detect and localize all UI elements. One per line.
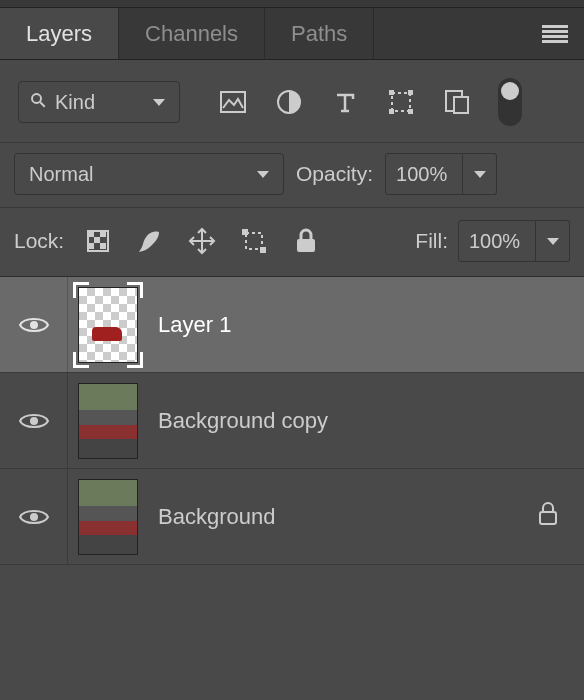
filter-type-dropdown[interactable]: Kind	[18, 81, 180, 123]
fill-input[interactable]: 100%	[458, 220, 536, 262]
hamburger-icon	[542, 25, 568, 43]
svg-rect-15	[88, 243, 94, 249]
eye-icon	[19, 411, 49, 431]
lock-image-icon[interactable]	[136, 227, 164, 255]
svg-rect-12	[88, 231, 94, 237]
svg-rect-26	[540, 512, 556, 524]
fill-value: 100%	[469, 230, 520, 253]
panel-tabs: Layers Channels Paths	[0, 8, 584, 60]
blend-mode-dropdown[interactable]: Normal	[14, 153, 284, 195]
tab-channels[interactable]: Channels	[119, 8, 265, 59]
layer-row[interactable]: Background	[0, 469, 584, 565]
eye-icon	[19, 507, 49, 527]
svg-rect-2	[221, 92, 245, 112]
filter-type-label: Kind	[55, 91, 95, 114]
opacity-flyout-button[interactable]	[463, 153, 497, 195]
lock-position-icon[interactable]	[188, 227, 216, 255]
eye-icon	[19, 315, 49, 335]
blend-row: Normal Opacity: 100%	[0, 143, 584, 208]
svg-rect-8	[408, 109, 413, 114]
layer-filter-row: Kind	[0, 60, 584, 143]
layer-row[interactable]: Layer 1	[0, 277, 584, 373]
layer-thumbnail[interactable]	[78, 479, 138, 555]
chevron-down-icon	[153, 99, 165, 106]
svg-point-0	[32, 94, 41, 103]
layer-name[interactable]: Layer 1	[158, 312, 568, 338]
filter-smart-objects-icon[interactable]	[442, 87, 472, 117]
panel-top-grip[interactable]	[0, 0, 584, 8]
opacity-value: 100%	[396, 163, 447, 186]
lock-transparency-icon[interactable]	[84, 227, 112, 255]
layer-name[interactable]: Background	[158, 504, 538, 530]
filter-shape-layers-icon[interactable]	[386, 87, 416, 117]
svg-rect-16	[100, 243, 106, 249]
filter-pixel-layers-icon[interactable]	[218, 87, 248, 117]
svg-rect-7	[389, 109, 394, 114]
svg-rect-21	[260, 247, 266, 253]
opacity-label: Opacity:	[296, 162, 373, 186]
fill-flyout-button[interactable]	[536, 220, 570, 262]
svg-rect-6	[408, 90, 413, 95]
layer-row[interactable]: Background copy	[0, 373, 584, 469]
filter-adjustment-layers-icon[interactable]	[274, 87, 304, 117]
visibility-toggle[interactable]	[0, 373, 68, 468]
svg-rect-20	[242, 229, 248, 235]
blend-mode-value: Normal	[29, 163, 93, 186]
layer-thumbnail[interactable]	[78, 287, 138, 363]
tab-layers[interactable]: Layers	[0, 8, 119, 59]
lock-all-icon[interactable]	[292, 227, 320, 255]
layer-name[interactable]: Background copy	[158, 408, 568, 434]
svg-rect-13	[100, 231, 106, 237]
tab-paths[interactable]: Paths	[265, 8, 374, 59]
svg-rect-22	[297, 239, 315, 252]
lock-artboard-icon[interactable]	[240, 227, 268, 255]
chevron-down-icon	[474, 171, 486, 178]
visibility-toggle[interactable]	[0, 469, 68, 564]
visibility-toggle[interactable]	[0, 277, 68, 372]
svg-rect-19	[246, 233, 262, 249]
svg-point-23	[30, 321, 38, 329]
layer-list: Layer 1 Background copy Background	[0, 277, 584, 565]
chevron-down-icon	[257, 171, 269, 178]
svg-rect-10	[454, 97, 468, 113]
svg-rect-4	[392, 93, 410, 111]
opacity-input[interactable]: 100%	[385, 153, 463, 195]
empty-layer-area[interactable]	[0, 565, 584, 700]
search-icon	[29, 91, 47, 114]
svg-point-24	[30, 417, 38, 425]
svg-point-25	[30, 513, 38, 521]
filter-toggle[interactable]	[498, 78, 522, 126]
lock-label: Lock:	[14, 229, 64, 253]
chevron-down-icon	[547, 238, 559, 245]
svg-rect-14	[94, 237, 100, 243]
layers-panel: Layers Channels Paths Kind	[0, 0, 584, 700]
svg-rect-5	[389, 90, 394, 95]
filter-type-layers-icon[interactable]	[330, 87, 360, 117]
layer-thumbnail[interactable]	[78, 383, 138, 459]
svg-line-1	[40, 102, 45, 107]
fill-label: Fill:	[415, 229, 448, 253]
lock-row: Lock: Fill: 100%	[0, 208, 584, 277]
lock-icon	[538, 502, 558, 531]
panel-menu-button[interactable]	[542, 25, 568, 43]
